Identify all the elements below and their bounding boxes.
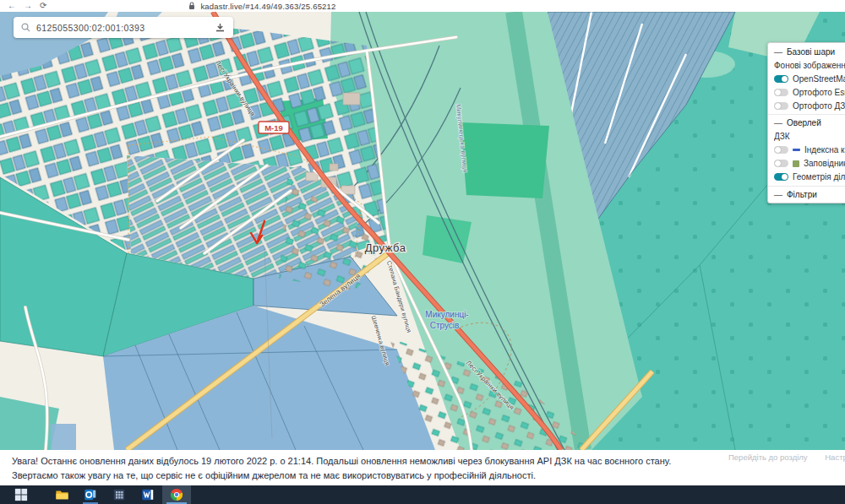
layer-label: OpenStreetMap: [793, 74, 845, 84]
section-title: Фільтри: [787, 190, 817, 199]
station-label-line2: Струсів: [430, 321, 460, 330]
panel-section-filters[interactable]: — Фільтри: [768, 186, 845, 202]
toggle-switch[interactable]: [774, 160, 788, 167]
file-explorer-button[interactable]: [47, 485, 76, 504]
layer-label: Ортофото ДЗК: [793, 101, 845, 111]
toggle-switch[interactable]: [774, 173, 788, 181]
layer-toggle-parcel-geometry[interactable]: Геометрія ділянок: [768, 171, 845, 184]
outlook-button[interactable]: [76, 485, 105, 504]
layer-toggle-reserves[interactable]: Заповідники: [768, 157, 845, 171]
notice-line-2: Звертаємо також увагу на те, що сервіс н…: [0, 469, 845, 483]
layer-toggle-ortho-esri[interactable]: Ортофото Esri: [768, 85, 845, 99]
layer-label: Ортофото Esri: [793, 88, 845, 97]
search-icon: [21, 23, 30, 32]
toggle-switch[interactable]: [774, 102, 788, 110]
collapse-icon: —: [774, 190, 782, 199]
layer-label: Індексна карта: [804, 145, 845, 154]
svg-text:М-19: М-19: [264, 123, 283, 133]
road-shield-m19: М-19: [259, 122, 289, 133]
reserve-square-icon: [793, 160, 799, 167]
refresh-icon[interactable]: ⟳: [40, 0, 46, 12]
calculator-button[interactable]: [105, 485, 134, 504]
collapse-icon: —: [774, 118, 782, 127]
file-explorer-icon: [55, 488, 69, 501]
browser-address-bar: ← → ⟳ kadastr.live/#14.49/49.363/25.6521…: [0, 0, 845, 13]
section-title: Оверлей: [787, 118, 821, 127]
go-to-section-link[interactable]: Перейдіть до розділу: [728, 453, 808, 462]
toggle-switch[interactable]: [774, 75, 788, 83]
panel-section-overlay[interactable]: — Оверлей: [768, 114, 845, 130]
download-icon[interactable]: [215, 23, 226, 33]
forward-icon[interactable]: →: [24, 0, 32, 12]
panel-label-dzk: ДЗК: [768, 130, 845, 144]
panel-label-backgrounds: Фонові зображення: [768, 58, 845, 72]
url-text[interactable]: kadastr.live/#14.49/49.363/25.65212: [200, 2, 335, 11]
map-canvas[interactable]: Дружба Микулинці- Струсів Зелена вулиця …: [0, 12, 845, 450]
town-label-druzhba: Дружба: [365, 241, 406, 254]
station-label-line1: Микулинці-: [425, 310, 468, 319]
chrome-icon: [170, 488, 183, 501]
outlook-icon: [84, 488, 97, 501]
search-input[interactable]: 6125055300:02:001:0393: [36, 23, 215, 33]
collapse-icon: —: [774, 47, 782, 57]
layers-panel: — Базові шари Фонові зображення OpenStre…: [767, 42, 845, 203]
layer-toggle-openstreetmap[interactable]: OpenStreetMap: [768, 72, 845, 85]
word-button[interactable]: [134, 485, 162, 504]
footer-links: Перейдіть до розділу Настройки: [728, 453, 845, 462]
layer-label: Заповідники: [804, 159, 845, 168]
chrome-button[interactable]: [162, 485, 191, 504]
settings-link[interactable]: Настройки: [825, 453, 845, 462]
screen: ← → ⟳ kadastr.live/#14.49/49.363/25.6521…: [0, 0, 845, 504]
notice-strip: Увага! Останнє оновлення даних відбулось…: [0, 450, 845, 485]
notice-line-1: Увага! Останнє оновлення даних відбулось…: [0, 454, 845, 469]
section-title: Базові шари: [787, 47, 835, 57]
toggle-switch[interactable]: [774, 89, 788, 96]
start-button[interactable]: [7, 485, 35, 504]
toggle-switch[interactable]: [774, 146, 788, 154]
lock-icon: [188, 2, 195, 10]
layer-label: Геометрія ділянок: [793, 172, 845, 182]
calculator-icon: [112, 488, 126, 501]
layer-toggle-index-map[interactable]: Індексна карта: [768, 144, 845, 157]
word-icon: [141, 488, 155, 501]
search-box[interactable]: 6125055300:02:001:0393: [14, 17, 233, 38]
panel-section-base-layers[interactable]: — Базові шари: [768, 45, 845, 58]
layer-toggle-ortho-dzk[interactable]: Ортофото ДЗК: [768, 99, 845, 112]
windows-start-icon: [14, 488, 28, 501]
index-map-line-icon: [793, 149, 800, 151]
taskbar: [0, 485, 845, 504]
back-icon[interactable]: ←: [8, 0, 16, 12]
